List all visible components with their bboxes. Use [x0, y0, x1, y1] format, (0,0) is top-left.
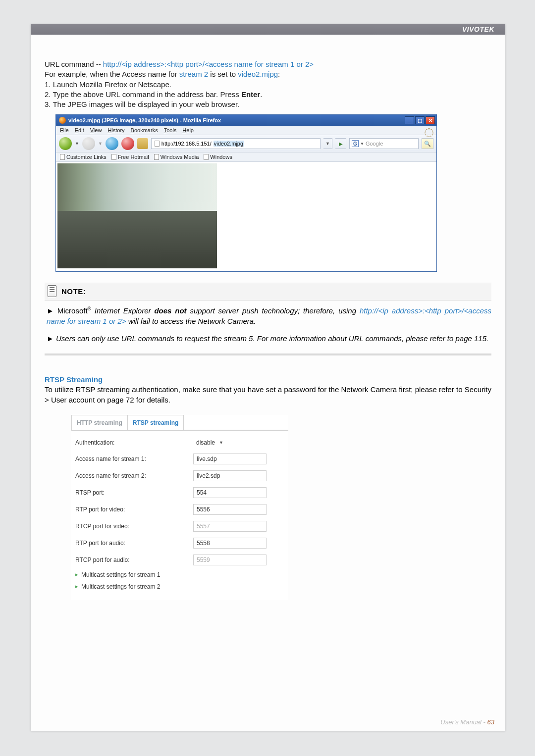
bookmark-label: Customize Links — [66, 154, 107, 160]
minimize-button[interactable]: _ — [405, 116, 414, 124]
go-button[interactable]: ▶ — [335, 138, 346, 149]
note-icon — [48, 285, 56, 297]
forward-button[interactable] — [82, 137, 95, 150]
url-template: http://<ip address>:<http port>/<access … — [103, 60, 314, 68]
stream2-name-input[interactable] — [193, 470, 267, 481]
text: ► Microsoft — [47, 306, 88, 315]
label: Authentication: — [75, 439, 193, 446]
bookmark-icon — [60, 154, 65, 160]
bookmark-item[interactable]: Windows — [204, 154, 232, 160]
form: Authentication: disable Access name for … — [71, 431, 288, 600]
bookmark-label: Windows — [210, 154, 232, 160]
menubar: File Edit View History Bookmarks Tools H… — [56, 126, 436, 135]
example-value: video2.mjpg — [238, 70, 278, 78]
content: URL command -- http://<ip address>:<http… — [45, 59, 491, 600]
note-2: ► Users can only use URL commands to req… — [47, 333, 491, 344]
row-stream2-name: Access name for stream 2: — [75, 470, 284, 481]
header-bar: VIVOTEK — [31, 24, 505, 35]
row-rtcp-video: RTCP port for video: — [75, 521, 284, 532]
home-button[interactable] — [137, 138, 148, 149]
page-number: 63 — [487, 718, 494, 726]
address-prefix: http://192.168.5.151/ — [161, 141, 212, 147]
firefox-window: video2.mjpg (JPEG Image, 320x240 pixels)… — [55, 114, 437, 272]
registered-symbol: ® — [88, 306, 91, 311]
emphasis: does not — [154, 306, 186, 315]
authentication-select[interactable]: disable — [193, 438, 226, 448]
page-icon — [155, 141, 160, 147]
multicast-stream1-expander[interactable]: ▸ Multicast settings for stream 1 — [75, 571, 284, 578]
stream-label: stream 2 — [179, 70, 208, 78]
text: For example, when the Access name for — [45, 70, 179, 78]
label: RTP port for video: — [75, 506, 193, 513]
menu-file[interactable]: File — [60, 127, 69, 133]
rtsp-config-panel: HTTP streaming RTSP streaming Authentica… — [71, 415, 288, 600]
search-go-button[interactable]: 🔍 — [422, 138, 433, 149]
rtp-video-port-input[interactable] — [193, 504, 267, 515]
menu-edit[interactable]: Edit — [75, 127, 84, 133]
tabs: HTTP streaming RTSP streaming — [71, 415, 288, 431]
close-button[interactable]: ✕ — [426, 116, 435, 124]
window-buttons: _ ▢ ✕ — [405, 116, 436, 124]
back-dropdown-icon[interactable]: ▼ — [75, 141, 79, 146]
address-dropdown[interactable]: ▼ — [323, 138, 332, 149]
menu-view[interactable]: View — [90, 127, 102, 133]
menu-bookmarks[interactable]: Bookmarks — [131, 127, 158, 133]
address-bar[interactable]: http://192.168.5.151/video2.mjpg — [151, 138, 321, 149]
bookmarks-toolbar: Customize Links Free Hotmail Windows Med… — [56, 152, 436, 162]
example-line: For example, when the Access name for st… — [45, 69, 491, 79]
step-2: 2. Type the above URL command in the add… — [45, 90, 491, 100]
label: RTP port for audio: — [75, 540, 193, 547]
label: RTCP port for audio: — [75, 556, 193, 563]
back-button[interactable] — [59, 137, 72, 150]
toolbar: ▼ ▼ http://192.168.5.151/video2.mjpg ▼ ▶… — [56, 135, 436, 152]
text: : — [278, 70, 280, 78]
bookmark-item[interactable]: Customize Links — [60, 154, 107, 160]
tabs-filler — [184, 415, 288, 430]
row-rtp-video: RTP port for video: — [75, 504, 284, 515]
search-box[interactable]: G▼ Google — [349, 138, 419, 149]
page: VIVOTEK URL command -- http://<ip addres… — [31, 24, 505, 731]
bookmark-label: Windows Media — [160, 154, 199, 160]
firefox-icon — [59, 117, 66, 124]
google-icon: G — [352, 140, 359, 147]
expander-label: Multicast settings for stream 1 — [81, 571, 160, 578]
rtsp-heading: RTSP Streaming — [45, 375, 491, 384]
tab-http-streaming[interactable]: HTTP streaming — [71, 415, 127, 430]
label: Access name for stream 1: — [75, 455, 193, 462]
forward-dropdown-icon[interactable]: ▼ — [98, 141, 103, 146]
url-command-line: URL command -- http://<ip address>:<http… — [45, 59, 491, 69]
rtsp-port-input[interactable] — [193, 487, 267, 498]
text: URL command -- — [45, 60, 103, 68]
tab-rtsp-streaming[interactable]: RTSP streaming — [127, 415, 184, 430]
multicast-stream2-expander[interactable]: ▸ Multicast settings for stream 2 — [75, 583, 284, 590]
note-header: NOTE: — [45, 283, 491, 301]
text: is set to — [208, 70, 238, 78]
titlebar: video2.mjpg (JPEG Image, 320x240 pixels)… — [56, 115, 436, 126]
text: will fail to access the Network Camera. — [126, 317, 256, 325]
rtcp-video-port-input[interactable] — [193, 521, 267, 532]
rtcp-audio-port-input[interactable] — [193, 554, 267, 565]
search-engine-dropdown-icon[interactable]: ▼ — [360, 142, 364, 146]
maximize-button[interactable]: ▢ — [415, 116, 425, 124]
enter-key: Enter — [241, 90, 260, 99]
browser-viewport — [56, 163, 436, 271]
bookmark-item[interactable]: Windows Media — [154, 154, 199, 160]
menu-tools[interactable]: Tools — [164, 127, 177, 133]
row-rtsp-port: RTSP port: — [75, 487, 284, 498]
row-rtcp-audio: RTCP port for audio: — [75, 554, 284, 565]
bookmark-item[interactable]: Free Hotmail — [111, 154, 149, 160]
step-3: 3. The JPEG images will be displayed in … — [45, 100, 491, 109]
menu-history[interactable]: History — [107, 127, 124, 133]
stream1-name-input[interactable] — [193, 454, 267, 464]
row-rtp-audio: RTP port for audio: — [75, 538, 284, 549]
step-1: 1. Launch Mozilla Firefox or Netscape. — [45, 80, 491, 90]
reload-button[interactable] — [106, 137, 118, 150]
label: Access name for stream 2: — [75, 472, 193, 479]
rtp-audio-port-input[interactable] — [193, 538, 267, 549]
row-authentication: Authentication: disable — [75, 438, 284, 448]
stop-button[interactable] — [121, 137, 134, 150]
rtsp-paragraph: To utilize RTSP streaming authentication… — [45, 385, 491, 405]
label: RTSP port: — [75, 489, 193, 496]
menu-help[interactable]: Help — [182, 127, 194, 133]
bookmark-icon — [111, 154, 116, 160]
